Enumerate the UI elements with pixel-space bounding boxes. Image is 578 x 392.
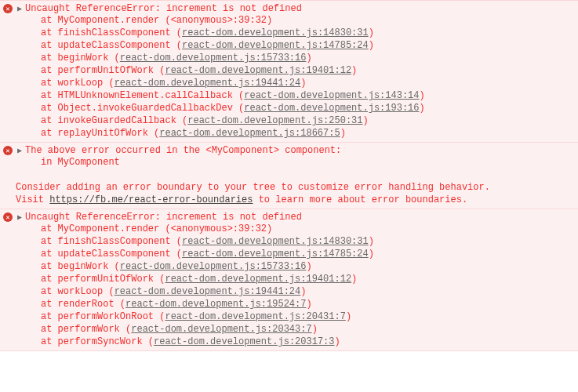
stack-frame: at beginWork (react-dom.development.js:1…: [41, 52, 573, 64]
source-link[interactable]: react-dom.development.js:143:14: [244, 90, 419, 101]
error-icon: ✕: [3, 146, 13, 155]
stack-function: Object.invokeGuardedCallbackDev: [58, 103, 233, 114]
stack-frame: at renderRoot (react-dom.development.js:…: [41, 298, 573, 310]
stack-trace: at MyComponent.render (<anonymous>:39:32…: [3, 14, 573, 140]
stack-function: workLoop: [58, 78, 104, 89]
source-link[interactable]: react-dom.development.js:14785:24: [182, 249, 369, 260]
stack-frame: at invokeGuardedCallback (react-dom.deve…: [41, 114, 573, 127]
stack-function: HTMLUnknownElement.callCallback: [58, 90, 233, 101]
stack-frame: at updateClassComponent (react-dom.devel…: [41, 248, 573, 260]
source-link[interactable]: react-dom.development.js:15733:16: [120, 53, 307, 64]
stack-function: MyComponent.render: [58, 223, 160, 234]
error-headline: Uncaught ReferenceError: increment is no…: [25, 212, 302, 223]
stack-trace: at MyComponent.render (<anonymous>:39:32…: [3, 223, 573, 348]
source-link[interactable]: react-dom.development.js:20317:3: [154, 336, 334, 347]
stack-function: replayUnitOfWork: [58, 128, 148, 139]
console-error-message: ✕▶Uncaught ReferenceError: increment is …: [0, 209, 578, 351]
stack-function: performWork: [58, 324, 120, 335]
stack-function: invokeGuardedCallback: [58, 115, 176, 126]
source-link[interactable]: react-dom.development.js:19401:12: [165, 65, 351, 76]
source-link[interactable]: react-dom.development.js:19401:12: [165, 274, 351, 285]
stack-function: performSyncWork: [58, 336, 143, 347]
stack-function: performUnitOfWork: [58, 274, 154, 285]
stack-frame: at Object.invokeGuardedCallbackDev (reac…: [41, 102, 573, 114]
error-headline: Uncaught ReferenceError: increment is no…: [25, 3, 302, 14]
source-link[interactable]: react-dom.development.js:15733:16: [120, 261, 307, 272]
stack-frame: at workLoop (react-dom.development.js:19…: [41, 285, 573, 298]
stack-frame: at performWorkOnRoot (react-dom.developm…: [41, 310, 573, 323]
console-error-message: ✕▶Uncaught ReferenceError: increment is …: [0, 0, 578, 142]
stack-function: performWorkOnRoot: [58, 311, 154, 322]
source-link[interactable]: react-dom.development.js:18667:5: [159, 128, 340, 139]
stack-frame: at performUnitOfWork (react-dom.developm…: [41, 273, 573, 285]
stack-frame: at beginWork (react-dom.development.js:1…: [41, 260, 573, 273]
error-body-line: Visit https://fb.me/react-error-boundari…: [3, 194, 573, 206]
console: ✕▶Uncaught ReferenceError: increment is …: [0, 0, 578, 351]
error-icon: ✕: [3, 212, 13, 222]
stack-frame: at workLoop (react-dom.development.js:19…: [41, 77, 573, 89]
error-headline: The above error occurred in the <MyCompo…: [25, 145, 341, 156]
stack-frame: at performSyncWork (react-dom.developmen…: [41, 336, 573, 348]
source-link[interactable]: react-dom.development.js:14830:31: [182, 27, 369, 38]
error-icon: ✕: [3, 4, 13, 13]
stack-function: performUnitOfWork: [58, 65, 154, 76]
source-location: <anonymous>:39:32: [171, 15, 267, 26]
message-header: ✕▶Uncaught ReferenceError: increment is …: [3, 212, 573, 223]
source-link[interactable]: react-dom.development.js:14785:24: [182, 40, 369, 51]
stack-frame: at MyComponent.render (<anonymous>:39:32…: [41, 14, 573, 27]
source-link[interactable]: react-dom.development.js:19524:7: [125, 299, 306, 310]
stack-frame: at finishClassComponent (react-dom.devel…: [41, 27, 573, 39]
help-link[interactable]: https://fb.me/react-error-boundaries: [49, 194, 253, 205]
source-link[interactable]: react-dom.development.js:193:16: [244, 103, 419, 114]
error-body-line: [3, 169, 573, 181]
stack-frame: at MyComponent.render (<anonymous>:39:32…: [41, 223, 573, 235]
source-link[interactable]: react-dom.development.js:20431:7: [165, 311, 345, 322]
stack-function: renderRoot: [58, 299, 115, 310]
message-header: ✕▶Uncaught ReferenceError: increment is …: [3, 3, 573, 14]
message-header: ✕▶The above error occurred in the <MyCom…: [3, 145, 573, 156]
stack-frame: at performUnitOfWork (react-dom.developm…: [41, 64, 573, 77]
disclosure-triangle-icon[interactable]: ▶: [16, 146, 24, 155]
stack-frame: at performWork (react-dom.development.js…: [41, 323, 573, 336]
stack-function: beginWork: [58, 261, 109, 272]
stack-frame: at replayUnitOfWork (react-dom.developme…: [41, 127, 573, 140]
stack-frame: at updateClassComponent (react-dom.devel…: [41, 39, 573, 52]
disclosure-triangle-icon[interactable]: ▶: [16, 4, 24, 13]
stack-function: MyComponent.render: [58, 15, 160, 26]
source-link[interactable]: react-dom.development.js:19441:24: [115, 78, 301, 89]
disclosure-triangle-icon[interactable]: ▶: [16, 212, 24, 222]
stack-function: finishClassComponent: [58, 27, 171, 38]
stack-frame: at finishClassComponent (react-dom.devel…: [41, 235, 573, 248]
source-link[interactable]: react-dom.development.js:20343:7: [131, 324, 311, 335]
stack-function: updateClassComponent: [58, 249, 171, 260]
stack-function: beginWork: [58, 53, 109, 64]
source-link[interactable]: react-dom.development.js:14830:31: [182, 236, 369, 247]
source-location: <anonymous>:39:32: [171, 223, 267, 234]
source-link[interactable]: react-dom.development.js:250:31: [187, 115, 362, 126]
error-body-line: in MyComponent: [3, 156, 573, 169]
source-link[interactable]: react-dom.development.js:19441:24: [115, 286, 301, 297]
stack-function: workLoop: [58, 286, 104, 297]
error-body-line: Consider adding an error boundary to you…: [3, 181, 573, 194]
stack-function: finishClassComponent: [58, 236, 171, 247]
console-error-message: ✕▶The above error occurred in the <MyCom…: [0, 142, 578, 209]
stack-function: updateClassComponent: [58, 40, 171, 51]
stack-frame: at HTMLUnknownElement.callCallback (reac…: [41, 89, 573, 102]
